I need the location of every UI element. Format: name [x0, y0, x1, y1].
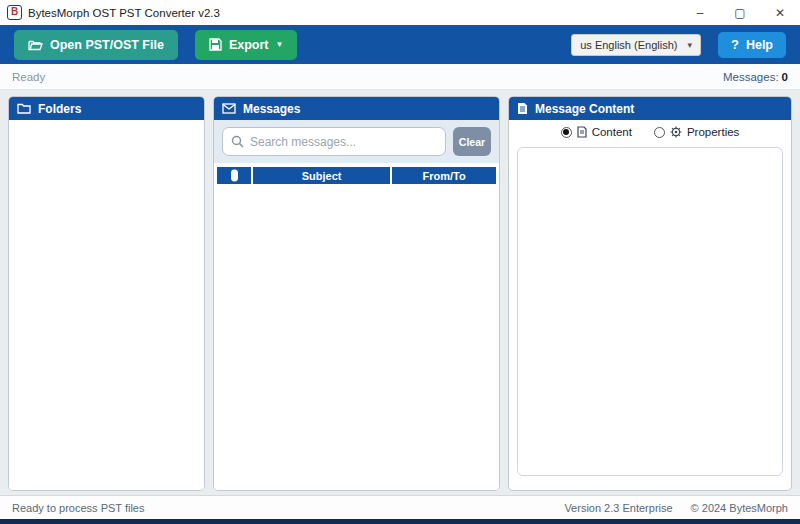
- main-area: Folders Messages Clear: [0, 90, 800, 495]
- search-icon: [231, 135, 244, 148]
- fromto-column-header[interactable]: From/To: [392, 167, 496, 184]
- view-toggle: Content Properties: [509, 120, 791, 144]
- toolbar: Open PST/OST File Export ▼ us English (E…: [0, 25, 800, 64]
- minimize-button[interactable]: –: [680, 0, 720, 25]
- chevron-down-icon: ▾: [687, 40, 692, 50]
- clear-button[interactable]: Clear: [453, 127, 491, 156]
- messages-panel: Messages Clear Subject From/To: [213, 96, 500, 491]
- search-section: Clear: [214, 120, 499, 163]
- envelope-icon: [222, 103, 236, 114]
- content-panel-header: Message Content: [509, 97, 791, 120]
- radio-content-label: Content: [592, 126, 632, 138]
- messages-panel-header: Messages: [214, 97, 499, 120]
- language-selected-label: us English (English): [580, 39, 677, 51]
- bottom-statusbar: Ready to process PST files Version 2.3 E…: [0, 495, 800, 519]
- search-input[interactable]: [250, 135, 437, 149]
- message-content-area[interactable]: [517, 147, 783, 476]
- radio-properties-label: Properties: [687, 126, 739, 138]
- caret-down-icon: ▼: [276, 40, 284, 49]
- maximize-button[interactable]: ▢: [720, 0, 760, 25]
- gear-icon: [670, 126, 682, 138]
- document-small-icon: [577, 126, 587, 138]
- folder-open-icon: [28, 39, 43, 51]
- content-panel: Message Content Content Properties: [508, 96, 792, 491]
- folder-icon: [17, 103, 31, 114]
- attachment-icon: [230, 169, 239, 182]
- search-box: [222, 127, 446, 156]
- help-icon: ?: [731, 37, 739, 52]
- app-window: B BytesMorph OST PST Converter v2.3 – ▢ …: [0, 0, 800, 524]
- radio-button-content[interactable]: [561, 127, 572, 138]
- messages-title: Messages: [243, 102, 300, 116]
- save-icon: [209, 38, 222, 51]
- message-list[interactable]: [214, 184, 499, 490]
- open-file-button[interactable]: Open PST/OST File: [14, 30, 178, 60]
- radio-properties[interactable]: Properties: [654, 126, 739, 138]
- close-button[interactable]: ✕: [760, 0, 800, 25]
- bottom-strip: [0, 519, 800, 524]
- message-table-header: Subject From/To: [217, 167, 496, 184]
- radio-content[interactable]: Content: [561, 126, 632, 138]
- app-logo-icon: B: [7, 5, 22, 20]
- messages-count-value: 0: [782, 71, 788, 83]
- window-controls: – ▢ ✕: [680, 0, 800, 25]
- subject-column-header[interactable]: Subject: [253, 167, 390, 184]
- folders-title: Folders: [38, 102, 81, 116]
- status-row: Ready Messages:0: [0, 64, 800, 90]
- content-title: Message Content: [535, 102, 634, 116]
- messages-count: Messages:0: [723, 71, 788, 83]
- help-button[interactable]: ? Help: [718, 32, 786, 58]
- window-title: BytesMorph OST PST Converter v2.3: [28, 7, 220, 19]
- radio-button-properties[interactable]: [654, 127, 665, 138]
- document-icon: [517, 102, 528, 115]
- open-file-label: Open PST/OST File: [50, 38, 164, 52]
- help-label: Help: [746, 38, 773, 52]
- export-button[interactable]: Export ▼: [195, 30, 298, 60]
- statusbar-message: Ready to process PST files: [12, 502, 144, 514]
- folders-panel-header: Folders: [9, 97, 204, 120]
- version-label: Version 2.3 Enterprise: [564, 502, 672, 514]
- ready-status: Ready: [12, 71, 45, 83]
- language-select[interactable]: us English (English) ▾: [571, 34, 701, 56]
- copyright-label: © 2024 BytesMorph: [691, 502, 788, 514]
- attachment-column-header[interactable]: [217, 167, 251, 184]
- export-label: Export: [229, 38, 269, 52]
- folders-list[interactable]: [9, 120, 204, 490]
- folders-panel: Folders: [8, 96, 205, 491]
- titlebar: B BytesMorph OST PST Converter v2.3 – ▢ …: [0, 0, 800, 25]
- messages-count-label: Messages:: [723, 71, 779, 83]
